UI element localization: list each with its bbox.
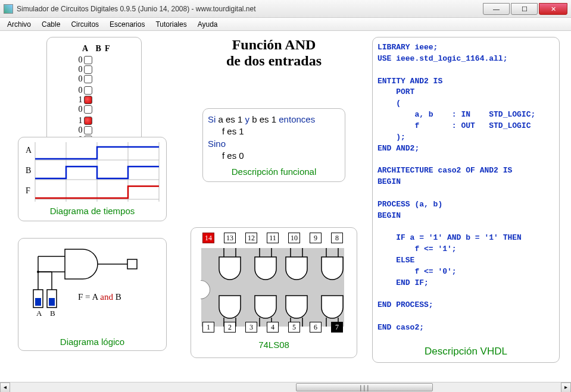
pin-4: 4 bbox=[267, 322, 279, 333]
svg-text:B: B bbox=[50, 309, 55, 318]
page-title-line2: de dos entradas bbox=[191, 53, 357, 69]
scroll-right-button[interactable]: ▸ bbox=[561, 382, 571, 392]
logic-label: Diagrama lógico bbox=[18, 337, 166, 347]
window-title: Simulador de Circuitos Digitales 0.9.5 (… bbox=[17, 5, 482, 13]
pin-6: 6 bbox=[310, 322, 322, 333]
app-icon bbox=[4, 4, 13, 14]
pin-7: 7 bbox=[331, 322, 343, 333]
timing-label: Diagrama de tiempos bbox=[23, 206, 161, 216]
timing-label-f: F bbox=[26, 186, 30, 195]
content-area: Función AND de dos entradas A B F 0 0 0 … bbox=[0, 31, 571, 382]
svg-rect-15 bbox=[127, 259, 137, 269]
maximize-button[interactable]: ☐ bbox=[511, 3, 538, 15]
svg-point-13 bbox=[37, 271, 39, 273]
scroll-left-button[interactable]: ◂ bbox=[0, 382, 10, 392]
vhdl-code: LIBRARY ieee; USE ieee.std_logic_1164.al… bbox=[377, 42, 554, 334]
page-title: Función AND de dos entradas bbox=[191, 37, 357, 69]
pin-2: 2 bbox=[224, 322, 236, 333]
menubar: Archivo Cable Circuitos Escenarios Tutor… bbox=[0, 18, 571, 31]
menu-ayuda[interactable]: Ayuda bbox=[193, 19, 223, 30]
timing-label-a: A bbox=[26, 146, 32, 155]
tt-header-f: F bbox=[105, 44, 110, 54]
tt-row-0: 0 0 0 bbox=[79, 55, 110, 84]
window-titlebar: Simulador de Circuitos Digitales 0.9.5 (… bbox=[0, 0, 571, 18]
logic-equation: F = A and B bbox=[78, 292, 121, 302]
svg-text:A: A bbox=[36, 309, 42, 318]
tt-row-1: 0 1 0 bbox=[79, 86, 110, 114]
close-button[interactable]: ✕ bbox=[539, 3, 567, 15]
scroll-track[interactable]: ┃┃┃ bbox=[10, 382, 561, 392]
chip-label: 74LS08 bbox=[196, 340, 352, 350]
menu-escenarios[interactable]: Escenarios bbox=[105, 19, 149, 30]
pin-9: 9 bbox=[310, 233, 322, 243]
menu-tutoriales[interactable]: Tutoriales bbox=[151, 19, 191, 30]
pin-8: 8 bbox=[331, 233, 343, 243]
pin-10: 10 bbox=[288, 233, 300, 243]
pin-3: 3 bbox=[245, 322, 257, 333]
functional-text: Si a es 1 y b es 1 entonces f es 1 Sino … bbox=[208, 114, 340, 162]
timing-diagram: A B F bbox=[23, 142, 160, 202]
logic-diagram: A B bbox=[23, 243, 160, 327]
scroll-thumb[interactable]: ┃┃┃ bbox=[296, 383, 433, 391]
pin-1: 1 bbox=[202, 322, 214, 333]
pin-14: 14 bbox=[202, 233, 214, 243]
functional-label: Descripción funcional bbox=[208, 167, 340, 177]
menu-cable[interactable]: Cable bbox=[37, 19, 65, 30]
vhdl-label: Descripción VHDL bbox=[373, 346, 559, 357]
pin-13: 13 bbox=[224, 233, 236, 243]
pin-5: 5 bbox=[288, 322, 300, 333]
vhdl-panel: LIBRARY ieee; USE ieee.std_logic_1164.al… bbox=[372, 37, 560, 363]
horizontal-scrollbar[interactable]: ◂ ┃┃┃ ▸ bbox=[0, 382, 571, 392]
tt-header-b: B bbox=[96, 44, 101, 54]
chip-body bbox=[201, 248, 344, 327]
functional-panel: Si a es 1 y b es 1 entonces f es 1 Sino … bbox=[202, 108, 345, 182]
timing-label-b: B bbox=[26, 166, 31, 175]
pin-12: 12 bbox=[245, 233, 257, 243]
minimize-button[interactable]: — bbox=[483, 3, 510, 15]
svg-rect-19 bbox=[49, 298, 55, 306]
page-title-line1: Función AND bbox=[191, 37, 357, 53]
menu-archivo[interactable]: Archivo bbox=[2, 19, 36, 30]
chip-panel: 14 13 12 11 10 9 8 bbox=[191, 227, 357, 358]
tt-header-a: A bbox=[79, 44, 92, 54]
logic-panel: A B F = A and B Diagrama lógico bbox=[18, 238, 167, 351]
timing-panel: A B F Diagrama de tiempos bbox=[18, 137, 167, 221]
menu-circuitos[interactable]: Circuitos bbox=[66, 19, 104, 30]
chip-gates bbox=[201, 248, 344, 327]
pin-11: 11 bbox=[267, 233, 279, 243]
svg-rect-17 bbox=[35, 298, 41, 306]
